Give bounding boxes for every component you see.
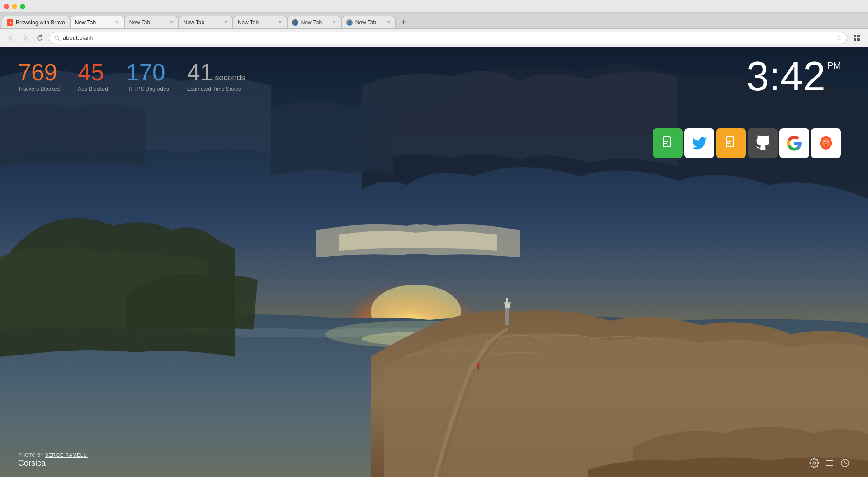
shortcuts-panel <box>653 128 841 158</box>
tab-newtab-2[interactable]: New Tab ✕ <box>124 16 179 28</box>
svg-point-34 <box>825 144 827 145</box>
svg-rect-9 <box>854 38 856 41</box>
shortcut-brave[interactable] <box>811 128 841 158</box>
minimize-window-button[interactable] <box>12 4 17 9</box>
svg-text:👤: 👤 <box>347 20 352 26</box>
tab-bar: B Browsing with Brave New Tab ✕ New Tab … <box>0 13 868 29</box>
tab-close-2[interactable]: ✕ <box>170 19 174 25</box>
svg-rect-25 <box>664 143 667 144</box>
bottom-bar: PHOTO BY SERGE RAMELLI Corsica <box>0 452 868 468</box>
stats-panel: 769 Trackers Blocked 45 Ads Blocked 170 … <box>18 61 245 92</box>
tab-close-1[interactable]: ✕ <box>115 19 119 25</box>
svg-rect-7 <box>854 35 856 37</box>
svg-rect-16 <box>505 307 509 325</box>
svg-rect-29 <box>727 143 730 144</box>
svg-rect-19 <box>506 298 508 304</box>
tab-favicon-profile2: 👤 <box>346 19 353 26</box>
ads-blocked-number: 45 <box>78 61 104 84</box>
browser-frame: B Browsing with Brave New Tab ✕ New Tab … <box>0 0 868 477</box>
svg-point-35 <box>813 462 816 464</box>
svg-rect-28 <box>727 141 731 142</box>
back-button[interactable] <box>5 33 16 43</box>
photo-credit-author[interactable]: SERGE RAMELLI <box>45 452 88 458</box>
tab-newtab-6[interactable]: 👤 New Tab ✕ <box>341 16 396 28</box>
brave-lion-icon <box>817 135 835 152</box>
tab-favicon-brave: B <box>7 19 13 26</box>
settings-button[interactable] <box>809 458 819 468</box>
clock-time: 3:42 <box>746 56 826 97</box>
tab-label-browsing: Browsing with Brave <box>16 19 65 26</box>
shortcut-twitter[interactable] <box>684 128 714 158</box>
time-saved-number: 41 <box>187 61 213 84</box>
new-tab-button[interactable]: + <box>397 16 410 28</box>
window-controls <box>4 4 25 9</box>
tab-close-4[interactable]: ✕ <box>278 19 282 25</box>
nav-bar <box>0 29 868 47</box>
time-unit: seconds <box>215 73 245 83</box>
https-upgrades-number: 170 <box>126 61 165 84</box>
history-icon <box>840 458 850 468</box>
close-window-button[interactable] <box>4 4 9 9</box>
address-input[interactable] <box>63 34 833 41</box>
star-icon <box>836 35 842 41</box>
svg-text:B: B <box>9 21 12 25</box>
shortcut-github[interactable] <box>748 128 778 158</box>
reload-button[interactable] <box>34 33 45 43</box>
photo-credit-prefix: PHOTO BY <box>18 452 43 458</box>
stat-https: 170 HTTPS Upgrades <box>126 61 169 92</box>
background-landscape <box>0 47 868 477</box>
tab-browsing-with-brave[interactable]: B Browsing with Brave <box>2 16 70 28</box>
shortcut-orange[interactable] <box>716 128 746 158</box>
svg-rect-24 <box>664 141 668 142</box>
search-icon <box>54 35 60 41</box>
gear-icon <box>809 458 819 468</box>
tab-close-6[interactable]: ✕ <box>387 19 391 25</box>
address-bar[interactable] <box>49 32 847 44</box>
svg-point-32 <box>824 142 825 143</box>
bookmarks-button[interactable] <box>825 458 835 468</box>
shortcut-google[interactable] <box>779 128 809 158</box>
svg-text:👤: 👤 <box>292 20 298 26</box>
tab-newtab-3[interactable]: New Tab ✕ <box>179 16 233 28</box>
clock-ampm: PM <box>827 61 841 71</box>
maximize-window-button[interactable] <box>20 4 25 9</box>
tab-label-1: New Tab <box>75 19 113 26</box>
tab-label-5: New Tab <box>301 19 330 26</box>
document-icon <box>660 136 675 150</box>
shortcut-green[interactable] <box>653 128 683 158</box>
https-upgrades-label: HTTPS Upgrades <box>126 86 169 92</box>
google-icon <box>786 135 802 151</box>
svg-rect-23 <box>664 140 669 140</box>
tab-close-5[interactable]: ✕ <box>332 19 336 25</box>
trackers-blocked-label: Trackers Blocked <box>18 86 60 92</box>
extensions-button[interactable] <box>851 32 863 44</box>
svg-point-33 <box>827 142 828 143</box>
stat-ads: 45 Ads Blocked <box>78 61 108 92</box>
stat-time: 41 seconds Estimated Time Saved <box>187 61 245 92</box>
tab-favicon-profile1: 👤 <box>292 19 298 26</box>
tab-newtab-5[interactable]: 👤 New Tab ✕ <box>287 16 341 28</box>
photo-credit-block: PHOTO BY SERGE RAMELLI Corsica <box>18 452 88 468</box>
bottom-controls <box>809 458 850 468</box>
svg-rect-27 <box>727 140 732 140</box>
photo-credit: PHOTO BY SERGE RAMELLI <box>18 452 88 458</box>
twitter-icon <box>691 135 708 151</box>
svg-rect-8 <box>857 35 860 37</box>
stat-trackers: 769 Trackers Blocked <box>18 61 60 92</box>
bookmarks-icon <box>825 458 835 468</box>
tab-close-3[interactable]: ✕ <box>224 19 228 25</box>
clock: 3:42 PM <box>746 56 841 97</box>
time-saved-label: Estimated Time Saved <box>187 86 241 92</box>
tab-newtab-4[interactable]: New Tab ✕ <box>233 16 287 28</box>
forward-button[interactable] <box>20 33 31 43</box>
trackers-blocked-number: 769 <box>18 61 57 84</box>
svg-rect-10 <box>857 38 860 41</box>
new-tab-page: 769 Trackers Blocked 45 Ads Blocked 170 … <box>0 47 868 477</box>
tab-label-4: New Tab <box>238 19 275 26</box>
nav-right-controls <box>851 32 863 44</box>
tab-label-6: New Tab <box>355 19 384 26</box>
tab-newtab-1[interactable]: New Tab ✕ <box>70 16 124 28</box>
tab-label-3: New Tab <box>184 19 221 26</box>
location-name: Corsica <box>18 458 88 468</box>
history-button[interactable] <box>840 458 850 468</box>
